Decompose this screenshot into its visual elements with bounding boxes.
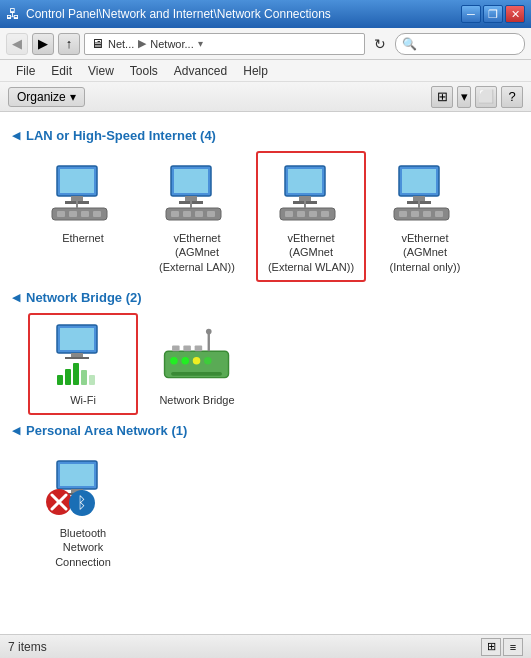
menu-file[interactable]: File [8,62,43,80]
svg-rect-1 [60,169,94,193]
bridge-items-grid: Wi-Fi [12,313,519,415]
svg-rect-61 [60,464,94,486]
svg-rect-48 [89,375,95,385]
network-bridge-item[interactable]: Network Bridge [142,313,252,415]
svg-rect-21 [288,169,322,193]
svg-rect-53 [183,346,191,352]
close-button[interactable]: ✕ [505,5,525,23]
bluetooth-label: BluetoothNetworkConnection [55,526,111,569]
ethernet-icon [47,164,119,224]
wifi-label: Wi-Fi [70,393,96,407]
title-bar-text: Control Panel\Network and Internet\Netwo… [26,7,461,21]
address-bar[interactable]: 🖥 Net... ▶ Networ... ▾ [84,33,365,55]
pan-section-header: ◀ Personal Area Network (1) [12,423,519,438]
svg-rect-59 [171,372,222,376]
network-bridge-label: Network Bridge [159,393,234,407]
status-details-button[interactable]: ≡ [503,638,523,656]
svg-point-58 [204,357,212,365]
svg-point-56 [181,357,189,365]
network-bridge-icon-area [157,321,237,391]
toolbar-right: ⊞ ▾ ⬜ ? [431,86,523,108]
back-button[interactable]: ◀ [6,33,28,55]
menu-advanced[interactable]: Advanced [166,62,235,80]
organize-button[interactable]: Organize ▾ [8,87,85,107]
svg-rect-43 [65,357,89,359]
large-icons-view-button[interactable]: ⊞ [431,86,453,108]
title-bar-icon: 🖧 [6,6,20,22]
svg-rect-47 [81,370,87,385]
breadcrumb-separator: ▶ [138,37,146,50]
organize-arrow-icon: ▾ [70,90,76,104]
svg-point-51 [206,329,212,335]
svg-rect-18 [207,211,215,217]
view-dropdown-button[interactable]: ▾ [457,86,471,108]
organize-label: Organize [17,90,66,104]
menu-help[interactable]: Help [235,62,276,80]
svg-rect-31 [402,169,436,193]
status-right: ⊞ ≡ [481,638,523,656]
pan-section-title: Personal Area Network (1) [26,423,187,438]
wifi-icon-area [43,321,123,391]
search-box[interactable]: 🔍 [395,33,525,55]
address-part-2: Networ... [150,38,193,50]
forward-button[interactable]: ▶ [32,33,54,55]
address-dropdown[interactable]: ▾ [198,38,203,49]
lan-collapse-arrow[interactable]: ◀ [12,129,20,142]
svg-rect-44 [57,375,63,385]
help-button[interactable]: ? [501,86,523,108]
lan-section-header: ◀ LAN or High-Speed Internet (4) [12,128,519,143]
svg-rect-27 [309,211,317,217]
svg-rect-6 [69,211,77,217]
ethernet-label: Ethernet [62,231,104,245]
restore-button[interactable]: ❐ [483,5,503,23]
lan-section-title: LAN or High-Speed Internet (4) [26,128,216,143]
address-part-1: Net... [108,38,134,50]
svg-rect-17 [195,211,203,217]
minimize-button[interactable]: ─ [461,5,481,23]
svg-text:ᛒ: ᛒ [77,494,87,511]
vethernet-internal-icon-area [385,159,465,229]
details-view-button[interactable]: ⬜ [475,86,497,108]
vethernet-internal-item[interactable]: vEthernet(AGMnet(Internal only)) [370,151,480,282]
vethernet-lan-icon-area [157,159,237,229]
pan-collapse-arrow[interactable]: ◀ [12,424,20,437]
bridge-section-header: ◀ Network Bridge (2) [12,290,519,305]
svg-rect-5 [57,211,65,217]
vethernet-wlan-item[interactable]: vEthernet(AGMnet(External WLAN)) [256,151,366,282]
svg-rect-15 [171,211,179,217]
svg-rect-26 [297,211,305,217]
vethernet-lan-item[interactable]: vEthernet(AGMnet(External LAN)) [142,151,252,282]
up-button[interactable]: ↑ [58,33,80,55]
svg-rect-25 [285,211,293,217]
svg-point-55 [170,357,178,365]
svg-rect-11 [174,169,208,193]
menu-bar: File Edit View Tools Advanced Help [0,60,531,82]
svg-rect-7 [81,211,89,217]
svg-rect-8 [93,211,101,217]
vethernet-internal-icon [389,164,461,224]
refresh-button[interactable]: ↻ [369,33,391,55]
menu-view[interactable]: View [80,62,122,80]
svg-rect-36 [411,211,419,217]
bluetooth-item[interactable]: ᛒ BluetoothNetworkConnection [28,446,138,577]
wifi-item[interactable]: Wi-Fi [28,313,138,415]
svg-rect-35 [399,211,407,217]
ethernet-icon-area [43,159,123,229]
status-large-icons-button[interactable]: ⊞ [481,638,501,656]
svg-rect-16 [183,211,191,217]
bluetooth-icon: ᛒ [69,490,95,516]
vethernet-lan-icon [161,164,233,224]
nav-bar: ◀ ▶ ↑ 🖥 Net... ▶ Networ... ▾ ↻ 🔍 [0,28,531,60]
vethernet-wlan-label: vEthernet(AGMnet(External WLAN)) [268,231,354,274]
svg-rect-46 [73,363,79,385]
svg-rect-45 [65,369,71,385]
bridge-collapse-arrow[interactable]: ◀ [12,291,20,304]
ethernet-item[interactable]: Ethernet [28,151,138,282]
menu-tools[interactable]: Tools [122,62,166,80]
menu-edit[interactable]: Edit [43,62,80,80]
status-bar: 7 items ⊞ ≡ [0,634,531,658]
pan-items-grid: ᛒ BluetoothNetworkConnection [12,446,519,577]
title-bar-controls: ─ ❐ ✕ [461,5,525,23]
search-icon: 🔍 [402,37,417,51]
title-bar: 🖧 Control Panel\Network and Internet\Net… [0,0,531,28]
